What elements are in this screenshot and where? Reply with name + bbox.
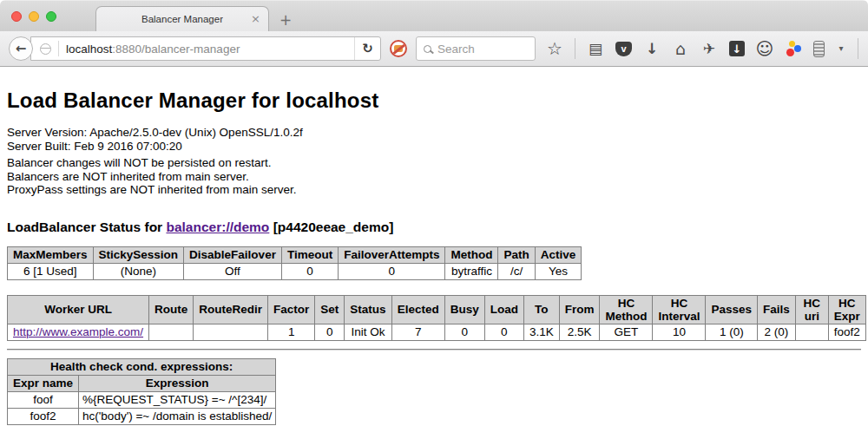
loadbalancer-status-heading: LoadBalancer Status for balancer://demo … — [7, 220, 861, 235]
balancer-summary-table: MaxMembers StickySession DisableFailover… — [7, 246, 582, 280]
column-header: Set — [315, 295, 345, 324]
cell-status: Init Ok — [345, 324, 391, 340]
cell-elected: 7 — [391, 324, 444, 340]
table-row: http://www.example.com/ 1 0 Init Ok 7 0 … — [8, 324, 866, 340]
home-icon[interactable]: ⌂ — [672, 40, 689, 57]
table-row: foof2 hc('body') =~ /domain is establish… — [8, 408, 276, 424]
column-header: Factor — [268, 295, 315, 324]
cell-factor: 1 — [268, 324, 315, 340]
cell-hc-interval: 10 — [653, 324, 706, 340]
cell-passes: 1 (0) — [706, 324, 758, 340]
column-header: Active — [535, 246, 582, 263]
navigation-toolbar: ← localhost:8880/balancer-manager ↻ ☆ ▤ … — [0, 31, 868, 67]
url-text[interactable]: localhost:8880/balancer-manager — [66, 43, 354, 56]
site-identity-globe-icon[interactable] — [40, 43, 51, 55]
close-window-button[interactable] — [11, 11, 22, 22]
health-check-table: Health check cond. expressions: Expr nam… — [7, 358, 276, 425]
column-header: HC Expr — [828, 295, 865, 324]
search-box[interactable] — [416, 36, 536, 61]
back-button[interactable]: ← — [9, 36, 33, 61]
cell-hc-method: GET — [600, 324, 653, 340]
cell-active: Yes — [535, 263, 582, 279]
column-header: HC uri — [795, 295, 828, 324]
status-heading-suffix: [p4420eeae_demo] — [269, 220, 393, 234]
tab-bar: Balancer Manager × + — [0, 0, 868, 31]
cell-hc-uri — [795, 324, 828, 340]
downloads-icon[interactable]: ↓ — [643, 40, 661, 57]
notice-line: ProxyPass settings are NOT inherited fro… — [7, 183, 861, 197]
column-header: HC Method — [600, 295, 653, 324]
search-input[interactable] — [437, 43, 524, 56]
emoji-extension-icon[interactable]: ☺ — [756, 40, 773, 57]
cell-hc-expr: foof2 — [828, 324, 865, 340]
server-version-line: Server Version: Apache/2.5.0-dev (Unix) … — [7, 126, 861, 140]
column-header: Worker URL — [8, 295, 149, 324]
pocket-icon[interactable]: v — [615, 42, 632, 56]
server-built-line: Server Built: Feb 9 2016 07:00:20 — [7, 140, 861, 154]
search-icon — [424, 45, 431, 53]
send-icon[interactable]: ✈ — [700, 40, 718, 57]
column-header: MaxMembers — [8, 246, 94, 263]
container-extension-icon[interactable] — [813, 41, 825, 57]
column-header: StickySession — [93, 246, 184, 263]
reading-list-icon[interactable]: ▤ — [587, 40, 604, 57]
status-heading-prefix: LoadBalancer Status for — [7, 220, 166, 234]
cell-expression: %{REQUEST_STATUS} =~ /^[234]/ — [79, 391, 276, 408]
column-header: Load — [484, 295, 523, 324]
chevron-down-icon[interactable]: ▾ — [836, 40, 846, 57]
cell-method: bytraffic — [445, 263, 498, 279]
video-download-extension-icon[interactable]: ↓ — [729, 41, 745, 56]
divider — [7, 349, 861, 351]
column-header: Expr name — [8, 375, 79, 391]
notice-line: Balancer changes will NOT be persisted o… — [7, 156, 861, 170]
column-header: Route — [149, 295, 194, 324]
cell-routeredir — [194, 324, 268, 340]
cell-fails: 2 (0) — [758, 324, 796, 340]
bookmark-star-icon[interactable]: ☆ — [546, 40, 563, 57]
minimize-window-button[interactable] — [29, 11, 39, 22]
column-header: Fails — [758, 295, 796, 324]
urlbar-divider — [58, 41, 59, 56]
column-header: Expression — [79, 375, 276, 391]
tab-title: Balancer Manager — [141, 14, 223, 24]
colored-dots-extension-icon[interactable] — [785, 40, 802, 57]
reload-button[interactable]: ↻ — [354, 37, 380, 60]
worker-table: Worker URL Route RouteRedir Factor Set S… — [7, 295, 866, 341]
column-header: DisableFailover — [184, 246, 282, 263]
zoom-window-button[interactable] — [46, 11, 56, 22]
window-controls — [11, 11, 56, 22]
url-bar[interactable]: localhost:8880/balancer-manager ↻ — [30, 36, 381, 61]
column-header: From — [559, 295, 600, 324]
balancer-demo-link[interactable]: balancer://demo — [166, 220, 269, 234]
new-tab-button[interactable]: + — [273, 9, 299, 31]
column-header: To — [523, 295, 559, 324]
column-header: Timeout — [281, 246, 338, 263]
toolbar-icons: ☆ ▤ v ↓ ⌂ ✈ ↓ ☺ ▾ ▦ — [546, 38, 868, 59]
cell-disablefailover: Off — [184, 263, 282, 279]
cell-failoverattempts: 0 — [339, 263, 445, 279]
table-title-row: Health check cond. expressions: — [8, 358, 276, 375]
toolbar-separator — [575, 38, 575, 59]
cell-expr-name: foof2 — [8, 408, 79, 424]
worker-url-link[interactable]: http://www.example.com/ — [13, 325, 143, 338]
url-host: localhost — [66, 43, 112, 56]
tab-close-icon[interactable]: × — [251, 13, 260, 24]
cell-maxmembers: 6 [1 Used] — [8, 263, 94, 279]
cell-from: 2.5K — [559, 324, 600, 340]
tab-balancer-manager[interactable]: Balancer Manager × — [95, 6, 269, 31]
page-title: Load Balancer Manager for localhost — [7, 88, 861, 113]
table-row: foof %{REQUEST_STATUS} =~ /^[234]/ — [8, 391, 276, 408]
table-row: 6 [1 Used] (None) Off 0 0 bytraffic /c/ … — [8, 263, 582, 279]
column-header: FailoverAttempts — [339, 246, 445, 263]
column-header: Path — [498, 246, 535, 263]
notice-line: Balancers are NOT inherited from main se… — [7, 170, 861, 184]
cell-set: 0 — [315, 324, 345, 340]
cell-to: 3.1K — [523, 324, 559, 340]
cell-worker-url: http://www.example.com/ — [8, 324, 149, 340]
health-table-title: Health check cond. expressions: — [8, 358, 276, 375]
column-header: Status — [345, 295, 391, 324]
browser-window: Balancer Manager × + ← localhost:8880/ba… — [0, 0, 868, 426]
plugin-blocked-icon[interactable] — [390, 40, 407, 57]
cell-stickysession: (None) — [93, 263, 184, 279]
cell-busy: 0 — [444, 324, 484, 340]
